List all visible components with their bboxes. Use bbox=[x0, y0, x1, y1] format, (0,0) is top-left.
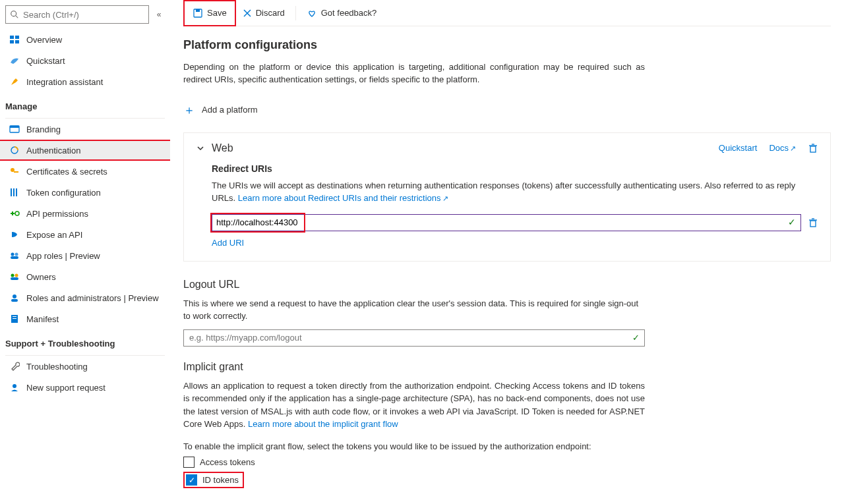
redirect-uris-title: Redirect URIs bbox=[212, 163, 818, 174]
sidebar-item-manifest[interactable]: Manifest bbox=[0, 308, 170, 329]
sidebar-item-label: App roles | Preview bbox=[26, 251, 100, 261]
logout-desc: This is where we send a request to have … bbox=[183, 297, 645, 323]
branding-icon bbox=[9, 124, 20, 134]
docs-link[interactable]: Docs↗ bbox=[769, 143, 796, 153]
id-tokens-label: ID tokens bbox=[202, 475, 239, 485]
svg-point-15 bbox=[11, 253, 15, 256]
svg-point-18 bbox=[11, 274, 15, 277]
manifest-icon bbox=[9, 314, 20, 324]
sidebar-item-integration-assistant[interactable]: Integration assistant bbox=[0, 71, 170, 92]
token-icon bbox=[9, 187, 20, 198]
implicit-learn-more-link[interactable]: Learn more about the implicit grant flow bbox=[248, 419, 398, 429]
feedback-label: Got feedback? bbox=[321, 8, 377, 18]
sidebar-item-label: Quickstart bbox=[26, 56, 65, 66]
key-icon bbox=[9, 166, 20, 177]
sidebar-item-owners[interactable]: Owners bbox=[0, 266, 170, 287]
svg-rect-3 bbox=[15, 36, 19, 39]
redirect-uri-input[interactable] bbox=[212, 214, 801, 231]
svg-rect-5 bbox=[15, 40, 19, 43]
check-icon: ✓ bbox=[788, 217, 796, 227]
api-perm-icon bbox=[9, 208, 20, 219]
auth-icon bbox=[9, 145, 20, 155]
add-platform-button[interactable]: ＋ Add a platform bbox=[183, 102, 258, 118]
roles-icon bbox=[9, 250, 20, 261]
sidebar-item-label: Roles and administrators | Preview bbox=[26, 293, 159, 303]
admins-icon bbox=[9, 293, 20, 303]
external-link-icon: ↗ bbox=[790, 144, 796, 152]
command-bar: Save Discard Got feedback? bbox=[183, 0, 831, 26]
svg-rect-7 bbox=[10, 126, 19, 128]
sidebar-item-certificates[interactable]: Certificates & secrets bbox=[0, 161, 170, 182]
sidebar-item-branding[interactable]: Branding bbox=[0, 119, 170, 140]
implicit-title: Implicit grant bbox=[183, 361, 831, 373]
svg-rect-12 bbox=[13, 188, 15, 196]
plus-icon: ＋ bbox=[183, 102, 195, 118]
access-tokens-checkbox[interactable] bbox=[183, 457, 195, 468]
page-intro: Depending on the platform or device this… bbox=[183, 61, 645, 86]
sidebar-collapse-button[interactable]: « bbox=[153, 10, 165, 19]
wrench-icon bbox=[9, 361, 20, 372]
svg-rect-4 bbox=[10, 40, 14, 43]
sidebar-item-roles-admins[interactable]: Roles and administrators | Preview bbox=[0, 287, 170, 308]
redirect-uris-desc: The URIs we will accept as destinations … bbox=[212, 179, 818, 205]
page-title: Platform configurations bbox=[183, 38, 831, 52]
search-input-container[interactable] bbox=[5, 5, 149, 24]
feedback-button[interactable]: Got feedback? bbox=[300, 3, 384, 24]
sidebar-item-authentication[interactable]: Authentication bbox=[0, 140, 170, 161]
svg-rect-11 bbox=[11, 188, 12, 196]
save-icon bbox=[193, 8, 203, 18]
svg-rect-31 bbox=[810, 146, 816, 152]
svg-rect-2 bbox=[10, 36, 14, 39]
add-platform-label: Add a platform bbox=[202, 105, 258, 115]
sidebar-item-label: Branding bbox=[26, 125, 61, 134]
quickstart-icon bbox=[9, 55, 20, 66]
delete-platform-button[interactable] bbox=[808, 143, 818, 154]
svg-rect-28 bbox=[196, 9, 200, 12]
sidebar-item-token-configuration[interactable]: Token configuration bbox=[0, 182, 170, 203]
discard-button[interactable]: Discard bbox=[236, 3, 291, 24]
svg-point-14 bbox=[15, 211, 19, 215]
sidebar-item-api-permissions[interactable]: API permissions bbox=[0, 203, 170, 224]
owners-icon bbox=[9, 271, 20, 282]
id-tokens-checkbox[interactable]: ✓ bbox=[186, 474, 197, 486]
add-uri-button[interactable]: Add URI bbox=[212, 238, 244, 248]
sidebar-item-overview[interactable]: Overview bbox=[0, 29, 170, 50]
svg-rect-17 bbox=[11, 256, 18, 259]
chevron-down-icon[interactable] bbox=[196, 144, 205, 153]
sidebar-item-expose-api[interactable]: Expose an API bbox=[0, 224, 170, 245]
search-input[interactable] bbox=[23, 10, 144, 20]
logout-url-input[interactable] bbox=[183, 329, 645, 347]
svg-rect-20 bbox=[11, 277, 18, 280]
save-button[interactable]: Save bbox=[186, 3, 233, 24]
svg-point-21 bbox=[13, 294, 16, 298]
svg-rect-22 bbox=[11, 299, 18, 302]
sidebar-item-quickstart[interactable]: Quickstart bbox=[0, 50, 170, 71]
section-head-manage: Manage bbox=[0, 92, 170, 115]
svg-line-1 bbox=[16, 16, 18, 18]
sidebar-item-label: Authentication bbox=[26, 146, 80, 155]
quickstart-link[interactable]: Quickstart bbox=[719, 143, 758, 153]
sidebar-item-label: Integration assistant bbox=[26, 77, 103, 87]
svg-point-19 bbox=[15, 274, 18, 277]
sidebar-item-troubleshooting[interactable]: Troubleshooting bbox=[0, 356, 170, 377]
discard-label: Discard bbox=[256, 8, 285, 18]
delete-uri-button[interactable] bbox=[808, 217, 818, 228]
heart-icon bbox=[307, 9, 317, 18]
platform-title: Web bbox=[212, 142, 233, 154]
svg-point-26 bbox=[13, 384, 16, 388]
redirect-learn-more-link[interactable]: Learn more about Redirect URIs and their… bbox=[238, 193, 448, 203]
close-icon bbox=[243, 9, 252, 18]
expose-icon bbox=[9, 229, 20, 240]
sidebar-item-label: Token configuration bbox=[26, 188, 101, 198]
implicit-enable-text: To enable the implicit grant flow, selec… bbox=[183, 440, 645, 453]
search-icon bbox=[10, 10, 19, 19]
sidebar-item-app-roles[interactable]: App roles | Preview bbox=[0, 245, 170, 266]
sidebar-item-new-support-request[interactable]: New support request bbox=[0, 377, 170, 398]
support-icon bbox=[9, 382, 20, 393]
svg-rect-10 bbox=[14, 171, 18, 173]
check-icon: ✓ bbox=[632, 333, 640, 343]
svg-rect-34 bbox=[810, 221, 816, 227]
svg-point-0 bbox=[11, 11, 16, 16]
sidebar-item-label: New support request bbox=[26, 383, 106, 393]
sidebar-item-label: Owners bbox=[26, 272, 56, 282]
